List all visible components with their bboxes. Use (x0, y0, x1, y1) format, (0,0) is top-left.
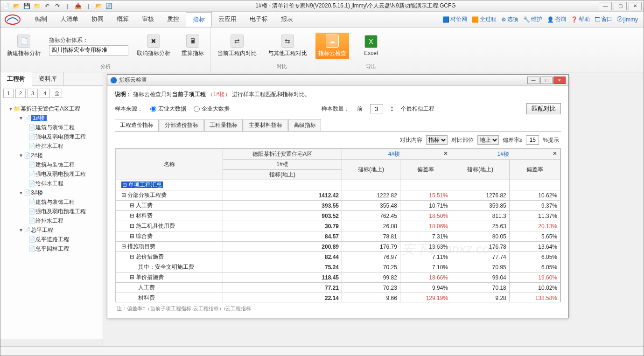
menu-大清单[interactable]: 大清单 (54, 12, 85, 27)
inner-close-button[interactable]: ✕ (553, 77, 566, 84)
tree-node[interactable]: 📄 给排水工程 (2, 141, 101, 151)
match-compare-button[interactable]: 匹配对比 (526, 103, 561, 114)
count-down-icon[interactable]: ▼ (391, 109, 394, 112)
table-row[interactable]: ⊟ 单项工程汇总 (116, 180, 560, 190)
menu-审核[interactable]: 审核 (135, 12, 161, 27)
numtab-2[interactable]: 2 (15, 89, 26, 98)
filter-content-select[interactable]: 指标 (426, 135, 448, 145)
qat-refresh-icon[interactable]: 🔄 (105, 2, 112, 10)
deviation-input[interactable] (526, 135, 539, 145)
close-button[interactable]: ✕ (629, 2, 642, 10)
new-analysis-button[interactable]: 📄 新建指标分析 (4, 33, 43, 59)
tab-project-tree[interactable]: 工程树 (0, 72, 32, 86)
qat-new-icon[interactable]: 📄 (2, 2, 10, 10)
qat-undo-icon[interactable]: ↶ (43, 2, 51, 10)
inner-minimize-button[interactable]: — (527, 77, 539, 84)
cloud-icon: ☁ (326, 35, 339, 48)
table-row[interactable]: ⊟ 施工机具使用费30.7926.0818.06%25.6320.13% (116, 221, 560, 231)
radio-hongye[interactable]: 宏业大数据 (150, 105, 186, 113)
compare-internal-button[interactable]: ⇄当前工程内对比 (215, 33, 259, 59)
cloud-check-window: 🔵 指标云检查 — ▢ ✕ 说明： 指标云检查只对当前子项工程 （1#楼） 进行… (107, 74, 569, 318)
numtab-全[interactable]: 全 (52, 89, 62, 98)
qat-folder-icon[interactable]: 📁 (33, 2, 41, 10)
link-window[interactable]: 🗔窗口 (595, 15, 612, 23)
system-input[interactable] (49, 45, 128, 56)
link-help[interactable]: ❓帮助 (571, 15, 590, 23)
subtab-3[interactable]: 主要材料指标 (244, 119, 287, 131)
maximize-button[interactable]: ▢ (614, 2, 627, 10)
menu-电子标[interactable]: 电子标 (243, 12, 274, 27)
radio-enterprise[interactable]: 企业大数据 (194, 105, 230, 113)
tree-node[interactable]: 📄 强电及弱电预埋工程 (2, 132, 101, 141)
qat-save-icon[interactable]: 💾 (23, 2, 30, 10)
qat-open-icon[interactable]: 📂 (13, 2, 20, 10)
subtab-2[interactable]: 工程量指标 (204, 119, 243, 131)
link-caijia[interactable]: 🟦材价网 (442, 15, 467, 23)
tree-node[interactable]: 📄 给排水工程 (2, 179, 101, 188)
qat-redo-icon[interactable]: ↷ (54, 2, 61, 10)
numtab-1[interactable]: 1 (3, 89, 14, 98)
tree-node[interactable]: ▾📄 2#楼 (2, 151, 101, 160)
table-row[interactable]: ⊟ 总价措施费82.4476.977.11%77.746.05% (116, 252, 560, 262)
numtab-3[interactable]: 3 (28, 89, 38, 98)
table-row[interactable]: ⊟ 材料费903.52762.4518.50%811.311.37% (116, 211, 560, 221)
tree-node[interactable]: 📄 建筑与装饰工程 (2, 160, 101, 169)
close-sample2-icon[interactable]: ✕ (553, 150, 557, 157)
link-maintain[interactable]: 🔧维护 (523, 15, 542, 23)
qat-folder2-icon[interactable]: 📂 (95, 2, 102, 10)
menu-编制[interactable]: 编制 (28, 12, 54, 27)
excel-export-button[interactable]: XExcel (357, 33, 385, 58)
menu-质控[interactable]: 质控 (161, 12, 186, 27)
tree-node[interactable]: 📄 建筑与装饰工程 (2, 197, 101, 207)
ribbon: 📄 新建指标分析 指标分析体系： ✖ 取消指标分析 🖩 重算指标 分析 (0, 28, 644, 72)
table-row[interactable]: ⊟ 人工费393.55355.4810.71%359.859.37% (116, 201, 560, 211)
link-user[interactable]: Ⓥ jimmy (617, 15, 638, 23)
menu-概算[interactable]: 概算 (110, 12, 135, 27)
link-consult[interactable]: 👤咨询 (547, 15, 566, 23)
tree-node[interactable]: ▾📄 3#楼 (2, 188, 101, 197)
compare-other-button[interactable]: ⇆与其他工程对比 (265, 33, 310, 59)
right-pane: 🔵 指标云检查 — ▢ ✕ 说明： 指标云检查只对当前子项工程 （1#楼） 进行… (103, 72, 644, 346)
count-up-icon[interactable]: ▲ (391, 105, 394, 109)
table-row[interactable]: ⊟ 分部分项工程费1412.421222.8215.51%1276.8210.6… (116, 190, 560, 201)
close-sample1-icon[interactable]: ✕ (443, 150, 448, 157)
tree-node[interactable]: 📄 强电及弱电预埋工程 (2, 169, 101, 179)
qat-export-icon[interactable]: 📤 (74, 2, 82, 10)
menu-协同[interactable]: 协同 (85, 12, 110, 27)
minimize-button[interactable]: — (599, 2, 612, 10)
tree-node[interactable]: 📄 总平园林工程 (2, 244, 101, 253)
subtab-0[interactable]: 工程造价指标 (115, 119, 159, 131)
link-options[interactable]: ⚙选项 (501, 15, 518, 23)
table-row[interactable]: ⊟ 综合费84.5778.817.31%80.055.65% (116, 231, 560, 242)
filter-part-select[interactable]: 地上 (477, 135, 499, 145)
tree-node[interactable]: ▾📁 某拆迁安置住宅A区工程 (2, 104, 101, 113)
svg-point-0 (5, 15, 20, 24)
tree-node[interactable]: 📄 给排水工程 (2, 216, 101, 225)
link-quancheng[interactable]: 🟧全过程 (472, 15, 497, 23)
numtab-4[interactable]: 4 (40, 89, 50, 98)
count-input[interactable] (370, 104, 383, 113)
tree-node[interactable]: 📄 总平道路工程 (2, 235, 101, 244)
table-row[interactable]: ⊟ 单价措施费118.4599.8218.66%99.0419.60% (116, 272, 560, 283)
cancel-analysis-button[interactable]: ✖ 取消指标分析 (134, 33, 173, 59)
comparison-grid[interactable]: 名称 德阳某拆迁安置住宅A区 4#楼 ✕ 1#楼 ✕ 1#楼 指标(地上) 偏差… (115, 148, 561, 302)
tree-node[interactable]: ▾📄 1#楼 (2, 113, 101, 123)
tree-node[interactable]: ▾📄 总平工程 (2, 225, 101, 235)
cloud-check-button[interactable]: ☁指标云检查 (315, 33, 349, 59)
menu-报表[interactable]: 报表 (274, 12, 300, 27)
tree-node[interactable]: 📄 建筑与装饰工程 (2, 123, 101, 132)
menu-云应用[interactable]: 云应用 (212, 12, 243, 27)
recalc-button[interactable]: 🖩 重算指标 (179, 33, 207, 59)
titlebar: 📄 📂 💾 📁 ↶ ↷ | 📤 | 📂 🔄 1#楼 - 清单计价专家N9(V20… (0, 0, 644, 12)
tree-hscroll[interactable] (0, 339, 103, 346)
table-row[interactable]: 材料费22.149.66129.19%9.28138.58% (116, 293, 560, 303)
subtab-1[interactable]: 分部造价指标 (160, 119, 203, 131)
menu-指标[interactable]: 指标 (186, 12, 212, 27)
inner-maximize-button[interactable]: ▢ (540, 77, 553, 84)
tab-library[interactable]: 资料库 (32, 72, 64, 85)
tree-node[interactable]: 📄 强电及弱电预埋工程 (2, 207, 101, 216)
table-row[interactable]: 人工费77.2170.239.94%70.1810.02% (116, 283, 560, 293)
table-row[interactable]: 其中：安全文明施工费75.2470.257.10%70.956.05% (116, 262, 560, 272)
table-row[interactable]: ⊟ 措施项目费200.89176.7913.63%176.7813.64% (116, 242, 560, 252)
subtab-4[interactable]: 高级指标 (288, 119, 321, 131)
